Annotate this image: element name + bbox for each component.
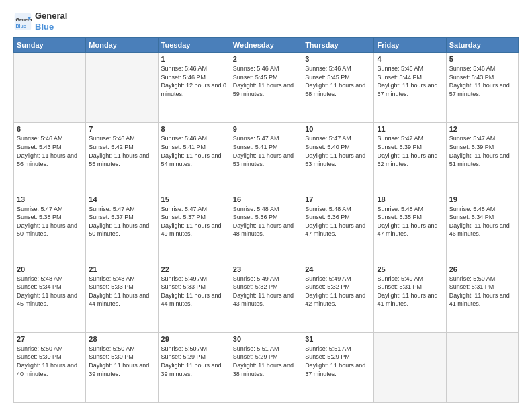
- day-info: Sunrise: 5:50 AMSunset: 5:31 PMDaylight:…: [449, 275, 515, 308]
- calendar-cell: 26Sunrise: 5:50 AMSunset: 5:31 PMDayligh…: [446, 263, 518, 332]
- calendar-header-row: SundayMondayTuesdayWednesdayThursdayFrid…: [14, 38, 519, 53]
- calendar-cell: 3Sunrise: 5:46 AMSunset: 5:45 PMDaylight…: [302, 53, 374, 123]
- day-number: 30: [233, 335, 299, 343]
- day-info: Sunrise: 5:49 AMSunset: 5:31 PMDaylight:…: [377, 275, 443, 308]
- calendar-cell: 4Sunrise: 5:46 AMSunset: 5:44 PMDaylight…: [374, 53, 446, 123]
- calendar-cell: 17Sunrise: 5:48 AMSunset: 5:36 PMDayligh…: [302, 193, 374, 263]
- day-info: Sunrise: 5:50 AMSunset: 5:30 PMDaylight:…: [17, 345, 83, 378]
- calendar-header-cell: Thursday: [302, 38, 374, 53]
- calendar-cell: 22Sunrise: 5:49 AMSunset: 5:33 PMDayligh…: [158, 263, 230, 332]
- calendar-cell: 12Sunrise: 5:47 AMSunset: 5:39 PMDayligh…: [446, 123, 518, 193]
- day-number: 11: [377, 125, 443, 133]
- day-number: 18: [377, 195, 443, 203]
- day-info: Sunrise: 5:47 AMSunset: 5:40 PMDaylight:…: [305, 134, 371, 168]
- calendar-cell: [446, 332, 518, 402]
- calendar-cell: 16Sunrise: 5:48 AMSunset: 5:36 PMDayligh…: [230, 193, 302, 263]
- day-info: Sunrise: 5:48 AMSunset: 5:34 PMDaylight:…: [449, 205, 515, 238]
- day-info: Sunrise: 5:46 AMSunset: 5:43 PMDaylight:…: [449, 64, 515, 98]
- day-number: 3: [305, 55, 371, 63]
- day-number: 9: [233, 125, 299, 133]
- day-number: 19: [449, 195, 515, 203]
- calendar-cell: 20Sunrise: 5:48 AMSunset: 5:34 PMDayligh…: [14, 263, 86, 332]
- calendar-cell: 1Sunrise: 5:46 AMSunset: 5:46 PMDaylight…: [158, 53, 230, 123]
- day-info: Sunrise: 5:49 AMSunset: 5:32 PMDaylight:…: [233, 275, 299, 308]
- day-info: Sunrise: 5:49 AMSunset: 5:33 PMDaylight:…: [161, 275, 227, 308]
- day-info: Sunrise: 5:47 AMSunset: 5:41 PMDaylight:…: [233, 134, 299, 168]
- calendar-week-row: 27Sunrise: 5:50 AMSunset: 5:30 PMDayligh…: [14, 332, 519, 402]
- day-number: 13: [17, 195, 83, 203]
- day-number: 17: [305, 195, 371, 203]
- day-number: 15: [161, 195, 227, 203]
- day-number: 7: [89, 125, 154, 133]
- calendar-cell: 25Sunrise: 5:49 AMSunset: 5:31 PMDayligh…: [374, 263, 446, 332]
- calendar-week-row: 6Sunrise: 5:46 AMSunset: 5:43 PMDaylight…: [14, 123, 519, 193]
- day-number: 14: [89, 195, 154, 203]
- day-number: 4: [377, 55, 443, 63]
- svg-text:Blue: Blue: [16, 23, 26, 28]
- day-number: 23: [233, 265, 299, 273]
- calendar-cell: 15Sunrise: 5:47 AMSunset: 5:37 PMDayligh…: [158, 193, 230, 263]
- day-number: 21: [89, 265, 154, 273]
- calendar-cell: 28Sunrise: 5:50 AMSunset: 5:30 PMDayligh…: [86, 332, 158, 402]
- day-info: Sunrise: 5:51 AMSunset: 5:29 PMDaylight:…: [233, 345, 299, 378]
- calendar-week-row: 20Sunrise: 5:48 AMSunset: 5:34 PMDayligh…: [14, 263, 519, 332]
- calendar-cell: 24Sunrise: 5:49 AMSunset: 5:32 PMDayligh…: [302, 263, 374, 332]
- day-number: 12: [449, 125, 515, 133]
- day-info: Sunrise: 5:51 AMSunset: 5:29 PMDaylight:…: [305, 345, 371, 378]
- calendar-cell: 30Sunrise: 5:51 AMSunset: 5:29 PMDayligh…: [230, 332, 302, 402]
- day-info: Sunrise: 5:46 AMSunset: 5:43 PMDaylight:…: [17, 134, 83, 168]
- calendar-cell: [14, 53, 86, 123]
- day-number: 27: [17, 335, 83, 343]
- day-info: Sunrise: 5:46 AMSunset: 5:45 PMDaylight:…: [233, 64, 299, 98]
- calendar-cell: 10Sunrise: 5:47 AMSunset: 5:40 PMDayligh…: [302, 123, 374, 193]
- calendar-week-row: 13Sunrise: 5:47 AMSunset: 5:38 PMDayligh…: [14, 193, 519, 263]
- page: General Blue General Blue SundayMondayTu…: [0, 0, 532, 411]
- calendar-body: 1Sunrise: 5:46 AMSunset: 5:46 PMDaylight…: [14, 53, 519, 403]
- header: General Blue General Blue: [13, 11, 519, 32]
- calendar-cell: 14Sunrise: 5:47 AMSunset: 5:37 PMDayligh…: [86, 193, 158, 263]
- day-info: Sunrise: 5:46 AMSunset: 5:42 PMDaylight:…: [89, 134, 154, 168]
- calendar-cell: 2Sunrise: 5:46 AMSunset: 5:45 PMDaylight…: [230, 53, 302, 123]
- day-info: Sunrise: 5:48 AMSunset: 5:35 PMDaylight:…: [377, 205, 443, 238]
- day-info: Sunrise: 5:48 AMSunset: 5:34 PMDaylight:…: [17, 275, 83, 308]
- day-info: Sunrise: 5:46 AMSunset: 5:44 PMDaylight:…: [377, 64, 443, 98]
- day-number: 1: [161, 55, 227, 63]
- day-info: Sunrise: 5:48 AMSunset: 5:36 PMDaylight:…: [305, 205, 371, 238]
- day-info: Sunrise: 5:47 AMSunset: 5:37 PMDaylight:…: [161, 205, 227, 238]
- logo-icon: General Blue: [13, 12, 32, 31]
- calendar-cell: 29Sunrise: 5:50 AMSunset: 5:29 PMDayligh…: [158, 332, 230, 402]
- calendar-cell: [86, 53, 158, 123]
- calendar-cell: [374, 332, 446, 402]
- calendar-header-cell: Monday: [86, 38, 158, 53]
- day-info: Sunrise: 5:48 AMSunset: 5:36 PMDaylight:…: [233, 205, 299, 238]
- day-number: 8: [161, 125, 227, 133]
- calendar-header-cell: Wednesday: [230, 38, 302, 53]
- day-number: 25: [377, 265, 443, 273]
- day-info: Sunrise: 5:50 AMSunset: 5:30 PMDaylight:…: [89, 345, 154, 378]
- calendar-header-cell: Saturday: [446, 38, 518, 53]
- calendar-table: SundayMondayTuesdayWednesdayThursdayFrid…: [13, 37, 519, 403]
- calendar-header-cell: Friday: [374, 38, 446, 53]
- day-number: 2: [233, 55, 299, 63]
- day-number: 22: [161, 265, 227, 273]
- day-info: Sunrise: 5:47 AMSunset: 5:39 PMDaylight:…: [449, 134, 515, 168]
- day-number: 10: [305, 125, 371, 133]
- calendar-cell: 6Sunrise: 5:46 AMSunset: 5:43 PMDaylight…: [14, 123, 86, 193]
- calendar-cell: 11Sunrise: 5:47 AMSunset: 5:39 PMDayligh…: [374, 123, 446, 193]
- logo-text: General Blue: [35, 11, 67, 32]
- calendar-cell: 27Sunrise: 5:50 AMSunset: 5:30 PMDayligh…: [14, 332, 86, 402]
- day-info: Sunrise: 5:47 AMSunset: 5:37 PMDaylight:…: [89, 205, 154, 238]
- day-info: Sunrise: 5:48 AMSunset: 5:33 PMDaylight:…: [89, 275, 154, 308]
- day-number: 5: [449, 55, 515, 63]
- logo: General Blue General Blue: [13, 11, 67, 32]
- day-number: 26: [449, 265, 515, 273]
- calendar-cell: 8Sunrise: 5:46 AMSunset: 5:41 PMDaylight…: [158, 123, 230, 193]
- day-info: Sunrise: 5:47 AMSunset: 5:38 PMDaylight:…: [17, 205, 83, 238]
- calendar-header-cell: Sunday: [14, 38, 86, 53]
- day-info: Sunrise: 5:47 AMSunset: 5:39 PMDaylight:…: [377, 134, 443, 168]
- calendar-cell: 23Sunrise: 5:49 AMSunset: 5:32 PMDayligh…: [230, 263, 302, 332]
- day-info: Sunrise: 5:46 AMSunset: 5:41 PMDaylight:…: [161, 134, 227, 168]
- day-number: 16: [233, 195, 299, 203]
- day-info: Sunrise: 5:50 AMSunset: 5:29 PMDaylight:…: [161, 345, 227, 378]
- calendar-cell: 7Sunrise: 5:46 AMSunset: 5:42 PMDaylight…: [86, 123, 158, 193]
